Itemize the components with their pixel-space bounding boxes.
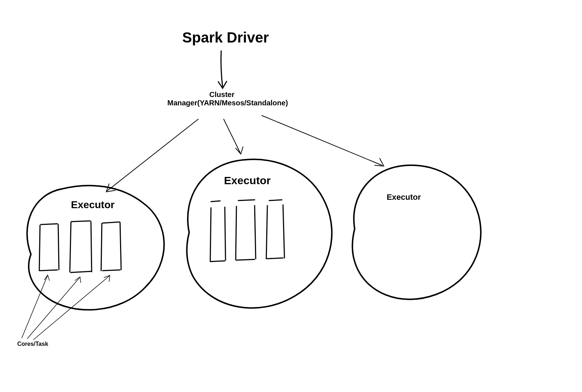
executor-left-tasks xyxy=(39,221,121,272)
executor-middle-blob xyxy=(187,159,332,308)
arrow-cluster-to-executor-left xyxy=(106,119,198,192)
arrow-cluster-to-executor-right xyxy=(262,116,384,166)
diagram-canvas: Spark Driver Cluster Manager(YARN/Mesos/… xyxy=(0,0,582,392)
executor-left-blob xyxy=(27,186,164,310)
diagram-svg xyxy=(0,0,582,392)
executor-right-blob xyxy=(352,165,481,299)
arrow-cluster-to-executor-middle xyxy=(224,119,243,154)
executor-middle-tasks xyxy=(210,200,284,262)
arrow-driver-to-cluster xyxy=(218,51,227,88)
